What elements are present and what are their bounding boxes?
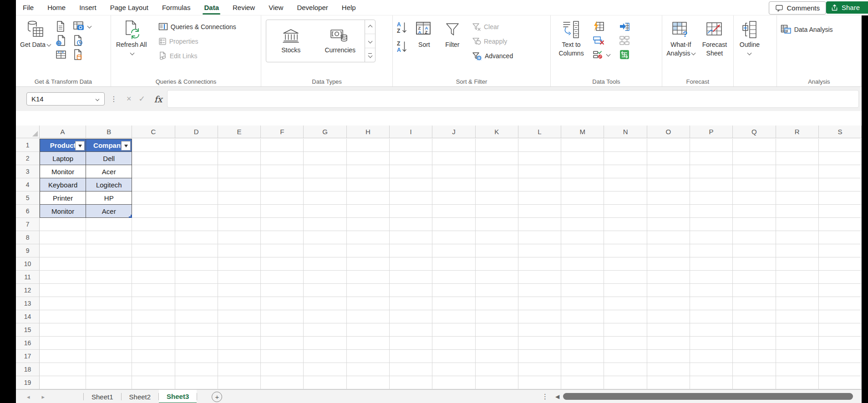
cell-R8[interactable]	[776, 231, 819, 244]
cell-J14[interactable]	[432, 310, 475, 323]
from-web-button[interactable]	[56, 34, 66, 47]
cell-R10[interactable]	[776, 257, 819, 271]
cell-P16[interactable]	[690, 337, 733, 350]
cell-M11[interactable]	[561, 271, 604, 284]
cell-Q9[interactable]	[733, 244, 776, 257]
cell-O7[interactable]	[647, 218, 690, 231]
cell-H1[interactable]	[347, 139, 390, 152]
cell-B5[interactable]: HP	[86, 191, 132, 205]
cell-G3[interactable]	[304, 165, 346, 178]
advanced-filter-button[interactable]: Advanced	[470, 49, 515, 63]
cell-S10[interactable]	[819, 257, 862, 271]
cell-O11[interactable]	[647, 271, 690, 284]
cell-M18[interactable]	[561, 363, 604, 376]
cell-F7[interactable]	[261, 218, 304, 231]
cell-J17[interactable]	[432, 350, 475, 363]
cell-I5[interactable]	[390, 191, 432, 205]
menu-tab-developer[interactable]: Developer	[290, 0, 335, 15]
cell-B11[interactable]	[86, 271, 132, 284]
cell-C10[interactable]	[132, 257, 175, 271]
cell-C12[interactable]	[132, 284, 175, 297]
cell-E8[interactable]	[218, 231, 261, 244]
cell-K6[interactable]	[476, 205, 518, 218]
cell-M12[interactable]	[561, 284, 604, 297]
cell-L6[interactable]	[518, 205, 561, 218]
cell-N17[interactable]	[604, 350, 647, 363]
cell-D1[interactable]	[175, 139, 218, 152]
cell-R5[interactable]	[776, 191, 819, 205]
cell-H14[interactable]	[347, 310, 390, 323]
cell-B16[interactable]	[86, 337, 132, 350]
cell-M9[interactable]	[561, 244, 604, 257]
cell-I16[interactable]	[390, 337, 432, 350]
cell-N18[interactable]	[604, 363, 647, 376]
cell-Q18[interactable]	[733, 363, 776, 376]
cell-R4[interactable]	[776, 178, 819, 191]
cell-C3[interactable]	[132, 165, 175, 178]
from-text-csv-button[interactable]	[56, 20, 66, 33]
row-header-7[interactable]: 7	[16, 218, 40, 231]
cell-P10[interactable]	[690, 257, 733, 271]
cell-K12[interactable]	[476, 284, 518, 297]
cell-F14[interactable]	[261, 310, 304, 323]
cell-F9[interactable]	[261, 244, 304, 257]
cell-D11[interactable]	[175, 271, 218, 284]
clear-filter-button[interactable]: Clear	[470, 20, 515, 34]
cell-R16[interactable]	[776, 337, 819, 350]
cell-M14[interactable]	[561, 310, 604, 323]
enter-icon[interactable]: ✓	[139, 94, 145, 104]
cell-Q17[interactable]	[733, 350, 776, 363]
cell-S15[interactable]	[819, 323, 862, 337]
cell-G8[interactable]	[304, 231, 346, 244]
cell-L4[interactable]	[518, 178, 561, 191]
column-header-K[interactable]: K	[476, 126, 518, 138]
cell-G7[interactable]	[304, 218, 346, 231]
cell-S7[interactable]	[819, 218, 862, 231]
sheet-tab-sheet3[interactable]: Sheet3	[159, 390, 197, 403]
from-picture-button[interactable]	[73, 20, 91, 33]
cell-E19[interactable]	[218, 376, 261, 389]
cell-G1[interactable]	[304, 139, 346, 152]
cell-D6[interactable]	[175, 205, 218, 218]
row-header-16[interactable]: 16	[16, 337, 40, 350]
cell-Q16[interactable]	[733, 337, 776, 350]
cell-K11[interactable]	[476, 271, 518, 284]
cell-F2[interactable]	[261, 152, 304, 165]
cell-A5[interactable]: Printer	[40, 191, 86, 205]
cell-M4[interactable]	[561, 178, 604, 191]
cell-K5[interactable]	[476, 191, 518, 205]
cell-P6[interactable]	[690, 205, 733, 218]
column-header-Q[interactable]: Q	[733, 126, 776, 138]
cell-A18[interactable]	[40, 363, 86, 376]
row-header-10[interactable]: 10	[16, 257, 40, 271]
cell-D17[interactable]	[175, 350, 218, 363]
cell-E15[interactable]	[218, 323, 261, 337]
column-header-N[interactable]: N	[604, 126, 647, 138]
menu-tab-formulas[interactable]: Formulas	[155, 0, 198, 15]
cell-G18[interactable]	[304, 363, 346, 376]
column-header-H[interactable]: H	[347, 126, 390, 138]
cell-F16[interactable]	[261, 337, 304, 350]
menu-tab-help[interactable]: Help	[335, 0, 363, 15]
menu-tab-file[interactable]: File	[16, 0, 41, 15]
cell-C8[interactable]	[132, 231, 175, 244]
cell-K2[interactable]	[476, 152, 518, 165]
cell-G19[interactable]	[304, 376, 346, 389]
cell-P12[interactable]	[690, 284, 733, 297]
cell-G6[interactable]	[304, 205, 346, 218]
cell-S14[interactable]	[819, 310, 862, 323]
cell-S8[interactable]	[819, 231, 862, 244]
cell-P17[interactable]	[690, 350, 733, 363]
horizontal-scrollbar-thumb[interactable]	[563, 393, 853, 400]
reapply-filter-button[interactable]: Reapply	[470, 34, 515, 48]
cell-I17[interactable]	[390, 350, 432, 363]
cell-S5[interactable]	[819, 191, 862, 205]
data-validation-button[interactable]	[593, 48, 610, 61]
row-header-9[interactable]: 9	[16, 244, 40, 257]
cell-N13[interactable]	[604, 297, 647, 310]
gallery-down-button[interactable]	[365, 34, 375, 48]
cell-K18[interactable]	[476, 363, 518, 376]
row-header-19[interactable]: 19	[16, 376, 40, 389]
cell-J7[interactable]	[432, 218, 475, 231]
cell-F12[interactable]	[261, 284, 304, 297]
